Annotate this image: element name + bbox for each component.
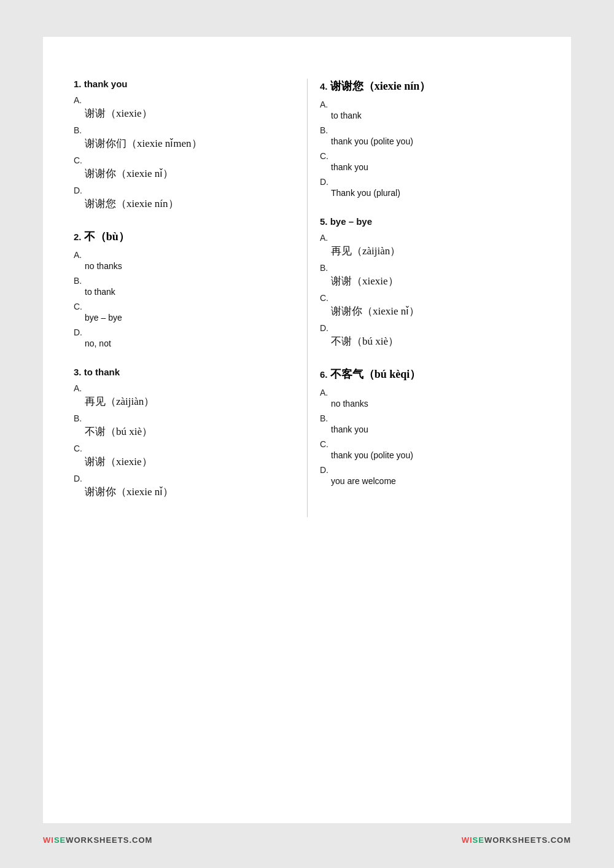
- question-label-4: 4. 谢谢您（xiexie nín）: [320, 79, 540, 93]
- option-value-6-3: you are welcome: [320, 476, 540, 486]
- option-value-1-0: 谢谢（xiexie）: [74, 106, 295, 120]
- option-value-5-2: 谢谢你（xiexie nǐ）: [320, 304, 540, 318]
- options-list-3: A.再见（zàijiàn）B.不谢（bú xiè）C.谢谢（xiexie）D.谢…: [74, 383, 295, 499]
- option-item-1-0: A.谢谢（xiexie）: [74, 95, 295, 120]
- question-block-3: 3. to thankA.再见（zàijiàn）B.不谢（bú xiè）C.谢谢…: [74, 367, 295, 499]
- option-letter-4-3: D.: [320, 177, 540, 187]
- footer-logo-rest-left: WORKSHEETS.COM: [66, 835, 152, 845]
- option-item-5-0: A.再见（zàijiàn）: [320, 233, 540, 258]
- question-number-2: 2.: [74, 232, 84, 242]
- footer-logo-wise-left: SE: [54, 835, 66, 845]
- question-text-3: to thank: [84, 367, 120, 377]
- option-item-4-2: C.thank you: [320, 151, 540, 172]
- option-value-3-3: 谢谢你（xiexie nǐ）: [74, 485, 295, 499]
- option-value-2-1: to thank: [74, 287, 295, 297]
- option-item-4-0: A.to thank: [320, 100, 540, 120]
- option-item-5-2: C.谢谢你（xiexie nǐ）: [320, 293, 540, 318]
- options-list-4: A.to thankB.thank you (polite you)C.than…: [320, 100, 540, 198]
- option-letter-3-2: C.: [74, 444, 295, 453]
- option-item-6-0: A.no thanks: [320, 388, 540, 409]
- right-column: 4. 谢谢您（xiexie nín）A.to thankB.thank you …: [307, 79, 540, 517]
- question-number-3: 3.: [74, 367, 84, 377]
- option-letter-4-1: B.: [320, 125, 540, 135]
- option-letter-6-3: D.: [320, 465, 540, 475]
- footer-logo-left: WISEWORKSHEETS.COM: [43, 835, 152, 845]
- option-value-5-3: 不谢（bú xiè）: [320, 334, 540, 348]
- option-item-1-2: C.谢谢你（xiexie nǐ）: [74, 155, 295, 181]
- option-value-1-3: 谢谢您（xiexie nín）: [74, 197, 295, 211]
- option-item-2-2: C.bye – bye: [74, 302, 295, 323]
- option-letter-4-0: A.: [320, 100, 540, 109]
- question-block-6: 6. 不客气（bú kèqi）A.no thanksB.thank youC.t…: [320, 367, 540, 486]
- option-value-1-1: 谢谢你们（xiexie nǐmen）: [74, 136, 295, 151]
- option-value-4-1: thank you (polite you): [320, 136, 540, 146]
- option-value-2-0: no thanks: [74, 261, 295, 271]
- option-item-5-3: D.不谢（bú xiè）: [320, 323, 540, 348]
- option-letter-2-2: C.: [74, 302, 295, 311]
- question-text-4: 谢谢您（xiexie nín）: [330, 80, 431, 92]
- option-item-3-3: D.谢谢你（xiexie nǐ）: [74, 474, 295, 499]
- option-value-6-1: thank you: [320, 424, 540, 434]
- footer-logo-wise-right: SE: [473, 835, 484, 845]
- option-value-6-2: thank you (polite you): [320, 450, 540, 460]
- question-text-1: thank you: [84, 79, 128, 89]
- option-letter-3-1: B.: [74, 413, 295, 423]
- option-value-3-2: 谢谢（xiexie）: [74, 455, 295, 469]
- question-block-2: 2. 不（bù）A.no thanksB.to thankC.bye – bye…: [74, 229, 295, 348]
- footer-logo-rest-right: WORKSHEETS.COM: [484, 835, 571, 845]
- option-letter-5-2: C.: [320, 293, 540, 303]
- question-number-5: 5.: [320, 216, 330, 227]
- option-letter-5-1: B.: [320, 263, 540, 273]
- page-footer: WISEWORKSHEETS.COM WISEWORKSHEETS.COM: [43, 835, 571, 845]
- option-letter-1-3: D.: [74, 186, 295, 195]
- option-item-2-1: B.to thank: [74, 276, 295, 297]
- option-letter-3-0: A.: [74, 383, 295, 393]
- option-letter-6-0: A.: [320, 388, 540, 397]
- question-block-1: 1. thank youA.谢谢（xiexie）B.谢谢你们（xiexie nǐ…: [74, 79, 295, 211]
- option-letter-3-3: D.: [74, 474, 295, 483]
- option-letter-2-1: B.: [74, 276, 295, 286]
- option-value-4-0: to thank: [320, 111, 540, 120]
- question-number-6: 6.: [320, 369, 330, 380]
- option-item-2-3: D.no, not: [74, 327, 295, 348]
- footer-logo-ws-right: WI: [462, 835, 473, 845]
- question-number-1: 1.: [74, 79, 84, 89]
- worksheet-page: 1. thank youA.谢谢（xiexie）B.谢谢你们（xiexie nǐ…: [43, 37, 571, 823]
- option-letter-1-1: B.: [74, 125, 295, 135]
- option-value-4-2: thank you: [320, 162, 540, 172]
- option-value-1-2: 谢谢你（xiexie nǐ）: [74, 166, 295, 181]
- left-column: 1. thank youA.谢谢（xiexie）B.谢谢你们（xiexie nǐ…: [74, 79, 307, 517]
- question-label-6: 6. 不客气（bú kèqi）: [320, 367, 540, 381]
- options-list-2: A.no thanksB.to thankC.bye – byeD.no, no…: [74, 250, 295, 348]
- question-number-4: 4.: [320, 81, 330, 92]
- option-letter-1-0: A.: [74, 95, 295, 105]
- option-letter-5-0: A.: [320, 233, 540, 243]
- question-label-2: 2. 不（bù）: [74, 229, 295, 244]
- question-block-5: 5. bye – byeA.再见（zàijiàn）B.谢谢（xiexie）C.谢…: [320, 216, 540, 348]
- question-text-5: bye – bye: [330, 216, 372, 227]
- option-value-6-0: no thanks: [320, 399, 540, 409]
- option-item-5-1: B.谢谢（xiexie）: [320, 263, 540, 288]
- option-value-3-1: 不谢（bú xiè）: [74, 424, 295, 439]
- options-list-5: A.再见（zàijiàn）B.谢谢（xiexie）C.谢谢你（xiexie nǐ…: [320, 233, 540, 348]
- option-item-3-2: C.谢谢（xiexie）: [74, 444, 295, 469]
- option-value-4-3: Thank you (plural): [320, 188, 540, 198]
- option-item-4-1: B.thank you (polite you): [320, 125, 540, 146]
- footer-logo-right: WISEWORKSHEETS.COM: [462, 835, 571, 845]
- option-item-1-1: B.谢谢你们（xiexie nǐmen）: [74, 125, 295, 151]
- options-list-1: A.谢谢（xiexie）B.谢谢你们（xiexie nǐmen）C.谢谢你（xi…: [74, 95, 295, 211]
- question-label-5: 5. bye – bye: [320, 216, 540, 227]
- option-value-2-2: bye – bye: [74, 313, 295, 323]
- option-item-2-0: A.no thanks: [74, 250, 295, 271]
- option-value-5-0: 再见（zàijiàn）: [320, 244, 540, 258]
- options-list-6: A.no thanksB.thank youC.thank you (polit…: [320, 388, 540, 486]
- option-letter-6-1: B.: [320, 413, 540, 423]
- option-letter-4-2: C.: [320, 151, 540, 161]
- question-text-2: 不（bù）: [84, 230, 130, 243]
- question-text-6: 不客气（bú kèqi）: [330, 368, 421, 380]
- option-value-2-3: no, not: [74, 338, 295, 348]
- option-letter-5-3: D.: [320, 323, 540, 333]
- option-letter-2-0: A.: [74, 250, 295, 260]
- question-block-4: 4. 谢谢您（xiexie nín）A.to thankB.thank you …: [320, 79, 540, 198]
- option-value-3-0: 再见（zàijiàn）: [74, 394, 295, 409]
